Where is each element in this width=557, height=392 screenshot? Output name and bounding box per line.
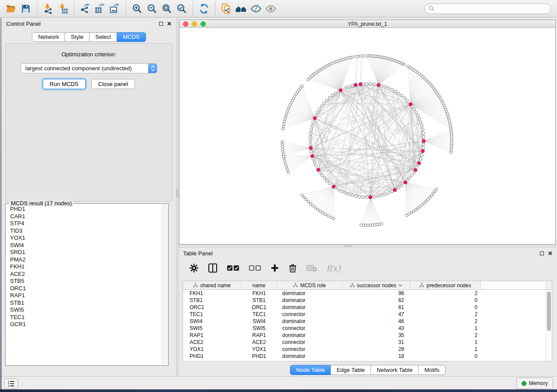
horizontal-splitter[interactable] xyxy=(179,244,557,248)
table-row[interactable]: SWI5SWI5connector431 xyxy=(183,325,552,332)
network-node[interactable] xyxy=(422,132,425,134)
network-node[interactable] xyxy=(340,190,343,193)
mcds-hub-node[interactable] xyxy=(332,185,336,188)
leaf-node[interactable] xyxy=(286,168,289,171)
network-node[interactable] xyxy=(323,177,325,179)
cell-successors[interactable]: 29 xyxy=(343,346,410,353)
leaf-node[interactable] xyxy=(303,196,305,199)
deselect-all-button[interactable] xyxy=(249,265,262,272)
mcds-result-item[interactable]: SWI5 xyxy=(10,306,161,314)
mcds-hub-node[interactable] xyxy=(421,149,425,153)
column-header-name[interactable]: name xyxy=(241,281,277,289)
network-node[interactable] xyxy=(313,161,316,164)
cell-shared_name[interactable]: PHD1 xyxy=(183,353,241,360)
leaf-node[interactable] xyxy=(301,194,303,196)
mcds-result-item[interactable]: ORC1 xyxy=(10,285,161,292)
network-node[interactable] xyxy=(347,193,350,196)
leaf-node[interactable] xyxy=(324,213,327,216)
mcds-result-item[interactable]: SWI4 xyxy=(10,242,161,249)
mcds-hub-node[interactable] xyxy=(313,117,317,120)
network-graph[interactable] xyxy=(180,28,555,244)
network-canvas[interactable] xyxy=(180,28,555,244)
mcds-result-item[interactable]: YOX1 xyxy=(10,234,161,242)
network-node[interactable] xyxy=(310,150,312,153)
mcds-result-item[interactable]: STB1 xyxy=(10,299,161,307)
leaf-node[interactable] xyxy=(282,125,285,127)
leaf-node[interactable] xyxy=(381,223,383,225)
network-node[interactable] xyxy=(337,188,340,191)
cell-name[interactable]: PHD1 xyxy=(241,353,277,360)
tab-motifs[interactable]: Motifs xyxy=(418,365,446,375)
network-node[interactable] xyxy=(413,108,415,110)
leaf-node[interactable] xyxy=(282,127,284,130)
table-row[interactable]: RAP1RAP1dominator352 xyxy=(183,332,552,339)
mcds-hub-node[interactable] xyxy=(359,83,362,86)
cell-successors[interactable]: 62 xyxy=(343,297,410,304)
network-window-titlebar[interactable]: YPA_prune.txt_1 xyxy=(180,20,555,28)
leaf-node[interactable] xyxy=(435,188,438,190)
export-image-button[interactable] xyxy=(107,2,122,16)
mcds-result-item[interactable]: TID3 xyxy=(10,227,161,235)
leaf-node[interactable] xyxy=(281,148,284,151)
cell-role[interactable]: dominator xyxy=(277,304,343,311)
network-node[interactable] xyxy=(411,174,413,176)
close-panel-button[interactable]: Close panel xyxy=(91,79,135,89)
column-header-shared-name[interactable]: shared name xyxy=(183,281,241,289)
splitter-handle[interactable] xyxy=(344,245,352,247)
network-node[interactable] xyxy=(311,124,313,127)
table-row[interactable]: FKH1FKH1dominator962 xyxy=(183,290,552,297)
run-mcds-button[interactable]: Run MCDS xyxy=(43,79,86,89)
network-node[interactable] xyxy=(394,90,397,93)
cell-shared_name[interactable]: RAP1 xyxy=(183,332,241,339)
network-node[interactable] xyxy=(400,94,403,97)
mcds-result-item[interactable]: CAR1 xyxy=(10,213,161,220)
tab-mcds[interactable]: MCDS xyxy=(117,32,145,42)
float-window-icon[interactable] xyxy=(540,251,544,255)
select-all-button[interactable] xyxy=(227,265,240,272)
import-network-button[interactable] xyxy=(41,2,55,16)
mcds-result-item[interactable]: GCR1 xyxy=(10,321,161,328)
network-node[interactable] xyxy=(419,158,422,160)
cell-name[interactable]: ACE2 xyxy=(241,339,277,346)
tab-network-table[interactable]: Network Table xyxy=(370,365,419,375)
cell-name[interactable]: TEC1 xyxy=(241,311,277,318)
leaf-node[interactable] xyxy=(284,160,286,162)
network-node[interactable] xyxy=(362,196,364,199)
table-row[interactable]: STB1STB1dominator620 xyxy=(183,297,552,304)
minimize-window-icon[interactable] xyxy=(192,21,197,27)
mcds-hub-node[interactable] xyxy=(369,196,372,199)
network-node[interactable] xyxy=(415,111,417,113)
leaf-node[interactable] xyxy=(322,212,324,214)
cell-successors[interactable]: 31 xyxy=(343,339,410,346)
mcds-result-item[interactable]: PHD1 xyxy=(10,206,161,213)
cell-name[interactable]: STB1 xyxy=(241,297,277,304)
leaf-node[interactable] xyxy=(311,204,314,207)
panel-menu-button[interactable] xyxy=(4,378,18,389)
leaf-node[interactable] xyxy=(283,123,285,125)
cell-shared_name[interactable]: ACE2 xyxy=(183,339,241,346)
zoom-selected-button[interactable] xyxy=(174,2,189,16)
cell-predecessors[interactable]: 1 xyxy=(410,346,481,353)
cell-role[interactable]: dominator xyxy=(277,318,343,325)
network-node[interactable] xyxy=(323,102,325,104)
network-node[interactable] xyxy=(328,96,331,99)
leaf-node[interactable] xyxy=(450,129,453,131)
network-node[interactable] xyxy=(309,139,311,142)
zoom-in-button[interactable] xyxy=(130,2,145,16)
scrollbar-thumb[interactable] xyxy=(547,292,551,331)
leaf-node[interactable] xyxy=(282,153,285,155)
zoom-out-button[interactable] xyxy=(145,2,159,16)
cell-successors[interactable]: 96 xyxy=(343,290,410,297)
cell-name[interactable]: SWI4 xyxy=(241,318,277,325)
network-node[interactable] xyxy=(384,86,387,88)
tab-network[interactable]: Network xyxy=(32,32,65,42)
leaf-node[interactable] xyxy=(407,65,409,68)
network-node[interactable] xyxy=(391,88,393,91)
leaf-node[interactable] xyxy=(307,78,309,81)
cell-shared_name[interactable]: TEC1 xyxy=(183,311,241,318)
network-node[interactable] xyxy=(400,184,403,187)
hide-details-button[interactable] xyxy=(249,2,263,16)
network-node[interactable] xyxy=(351,194,353,196)
leaf-node[interactable] xyxy=(366,55,368,57)
mcds-hub-node[interactable] xyxy=(311,154,314,158)
